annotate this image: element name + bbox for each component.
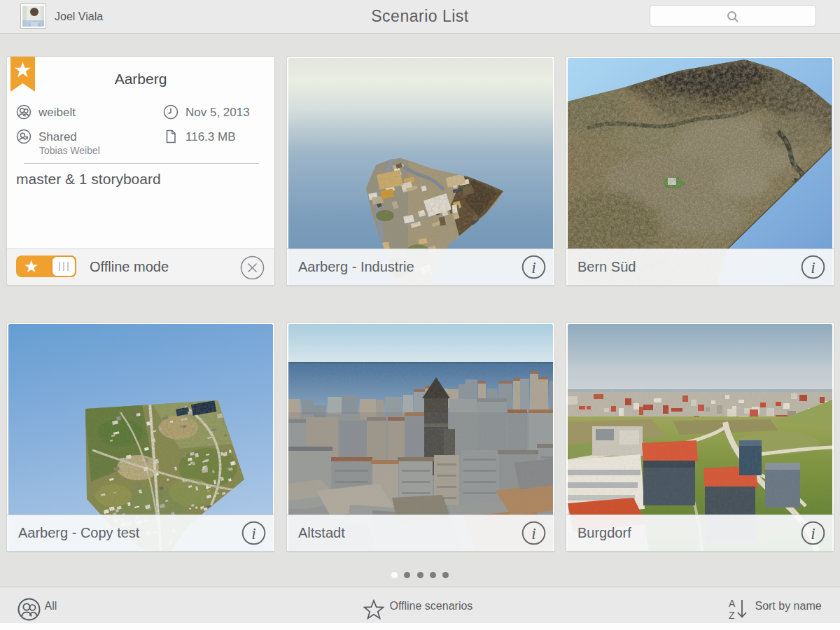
svg-text:Z: Z xyxy=(729,610,735,621)
svg-text:i: i xyxy=(811,259,815,276)
svg-text:i: i xyxy=(531,525,536,542)
svg-text:i: i xyxy=(531,259,536,276)
svg-text:i: i xyxy=(811,525,815,542)
svg-text:i: i xyxy=(251,525,255,542)
svg-text:A: A xyxy=(729,598,736,609)
